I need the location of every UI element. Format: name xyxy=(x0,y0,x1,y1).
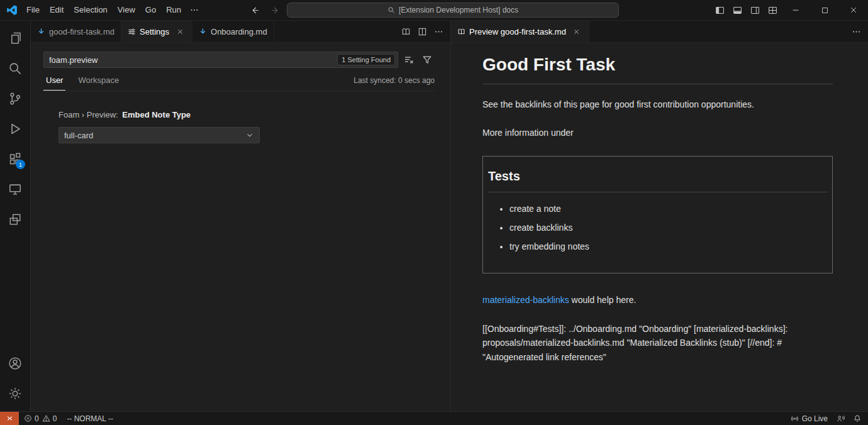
editor-group-right: Preview good-first-task.md Good First Ta… xyxy=(451,21,868,411)
explorer-icon[interactable] xyxy=(0,23,30,53)
tab-label: good-first-task.md xyxy=(49,27,114,36)
feedback-icon[interactable] xyxy=(833,412,849,425)
chevron-down-icon xyxy=(245,131,254,140)
split-editor-icon[interactable] xyxy=(414,23,430,40)
clear-search-filters-icon[interactable] xyxy=(401,52,416,67)
editor-group-left: good-first-task.md Settings Onboarding.m… xyxy=(31,21,451,411)
workbench: 1 good-first-task. xyxy=(0,21,868,411)
problems-status[interactable]: 0 0 xyxy=(19,412,62,425)
search-icon[interactable] xyxy=(0,53,30,84)
last-synced-label: Last synced: 0 secs ago xyxy=(353,70,435,91)
preview-paragraph: See the backlinks of this page for good … xyxy=(482,98,833,111)
menu-view[interactable]: View xyxy=(113,0,140,20)
menu-go[interactable]: Go xyxy=(140,0,161,20)
menu-file[interactable]: File xyxy=(21,0,45,20)
embedded-note-card: Tests create a note create backlinks try… xyxy=(482,156,833,273)
embedded-note-list: create a note create backlinks try embed… xyxy=(488,202,827,253)
close-window-button[interactable] xyxy=(839,0,868,20)
tab-good-first-task[interactable]: good-first-task.md xyxy=(31,21,121,42)
markdown-file-icon xyxy=(199,28,207,36)
tab-label: Settings xyxy=(140,27,169,36)
editor-layouts-icon[interactable] xyxy=(0,204,30,235)
embed-note-type-dropdown[interactable]: full-card xyxy=(58,127,260,143)
broadcast-icon xyxy=(791,414,799,422)
menu-run[interactable]: Run xyxy=(161,0,186,20)
vim-mode-indicator: -- NORMAL -- xyxy=(62,412,118,425)
menu-edit[interactable]: Edit xyxy=(45,0,69,20)
list-item: create a note xyxy=(509,202,827,216)
navigate-back-icon[interactable] xyxy=(248,3,262,17)
more-actions-icon[interactable] xyxy=(848,23,864,40)
remote-explorer-icon[interactable] xyxy=(0,174,30,204)
tab-bar-right: Preview good-first-task.md xyxy=(451,21,868,43)
vscode-window: File Edit Selection View Go Run [Extensi… xyxy=(0,0,868,425)
dropdown-value: full-card xyxy=(64,131,93,140)
error-count: 0 xyxy=(35,414,39,423)
setting-item-embed-note-type: Foam › Preview: Embed Note Type full-car… xyxy=(58,110,435,143)
filter-settings-icon[interactable] xyxy=(420,52,435,67)
error-icon xyxy=(24,414,32,422)
editor-actions-right xyxy=(848,21,868,42)
settings-search-box: 1 Setting Found xyxy=(43,52,398,68)
close-tab-icon[interactable] xyxy=(174,26,186,37)
toggle-secondary-sidebar-icon[interactable] xyxy=(746,0,764,20)
status-bar: 0 0 -- NORMAL -- Go Live xyxy=(0,411,868,425)
notifications-bell-icon[interactable] xyxy=(849,412,865,425)
markdown-file-icon xyxy=(37,28,45,36)
link-tail-text: would help here. xyxy=(569,295,637,305)
menu-selection[interactable]: Selection xyxy=(69,0,112,20)
scope-tab-user[interactable]: User xyxy=(43,70,65,91)
tab-label: Preview good-first-task.md xyxy=(469,27,566,36)
customize-layout-icon[interactable] xyxy=(764,0,781,20)
settings-editor-icon xyxy=(128,28,136,36)
open-preview-icon[interactable] xyxy=(398,23,414,40)
toggle-panel-icon[interactable] xyxy=(728,0,746,20)
link-references-paragraph: [[Onboarding#Tests]]: ../Onboarding.md "… xyxy=(482,322,833,364)
editor-area: good-first-task.md Settings Onboarding.m… xyxy=(31,21,868,411)
tab-preview-good-first-task[interactable]: Preview good-first-task.md xyxy=(451,21,589,42)
title-bar-controls xyxy=(711,0,868,20)
settings-scope-tabs: User Workspace Last synced: 0 secs ago xyxy=(43,70,435,91)
tab-settings[interactable]: Settings xyxy=(121,21,192,42)
history-navigation xyxy=(248,0,282,20)
preview-paragraph: materialized-backlinks would help here. xyxy=(482,294,833,307)
extensions-icon[interactable]: 1 xyxy=(0,144,30,174)
command-center-label: [Extension Development Host] docs xyxy=(399,6,518,14)
close-tab-icon[interactable] xyxy=(571,26,582,37)
toggle-sidebar-icon[interactable] xyxy=(711,0,728,20)
search-icon xyxy=(387,6,395,14)
tab-label: Onboarding.md xyxy=(211,27,267,36)
run-debug-icon[interactable] xyxy=(0,114,30,144)
navigate-forward-icon[interactable] xyxy=(268,3,282,17)
settings-editor: 1 Setting Found User Workspace Last sync… xyxy=(31,43,450,411)
menu-bar: File Edit Selection View Go Run xyxy=(0,0,203,20)
settings-search-input[interactable] xyxy=(44,52,337,67)
command-center-search[interactable]: [Extension Development Host] docs xyxy=(287,3,619,18)
source-control-icon[interactable] xyxy=(0,84,30,114)
setting-name: Embed Note Type xyxy=(122,110,191,119)
accounts-icon[interactable] xyxy=(0,348,30,378)
status-bar-right: Go Live xyxy=(786,412,868,425)
settings-result-count-badge: 1 Setting Found xyxy=(337,54,395,65)
list-item: try embedding notes xyxy=(509,240,827,253)
vscode-logo-icon xyxy=(6,4,18,16)
tab-bar-left: good-first-task.md Settings Onboarding.m… xyxy=(31,21,450,43)
minimize-button[interactable] xyxy=(781,0,810,20)
activity-bar: 1 xyxy=(0,21,31,411)
tab-onboarding[interactable]: Onboarding.md xyxy=(192,21,274,42)
extensions-badge: 1 xyxy=(16,160,25,169)
preview-paragraph: More information under xyxy=(482,126,833,140)
remote-indicator[interactable] xyxy=(0,412,19,425)
go-live-button[interactable]: Go Live xyxy=(786,412,833,425)
more-actions-icon[interactable] xyxy=(430,23,447,40)
title-bar: File Edit Selection View Go Run [Extensi… xyxy=(0,0,868,21)
menu-overflow-icon[interactable] xyxy=(186,0,203,20)
scope-tab-workspace[interactable]: Workspace xyxy=(75,70,121,91)
markdown-preview-icon xyxy=(457,28,465,36)
setting-label: Foam › Preview: Embed Note Type xyxy=(58,110,435,119)
maximize-button[interactable] xyxy=(810,0,839,20)
materialized-backlinks-link[interactable]: materialized-backlinks xyxy=(482,295,569,305)
list-item: create backlinks xyxy=(509,221,827,235)
setting-category: Foam › Preview: xyxy=(58,110,118,119)
settings-gear-icon[interactable] xyxy=(0,378,30,409)
